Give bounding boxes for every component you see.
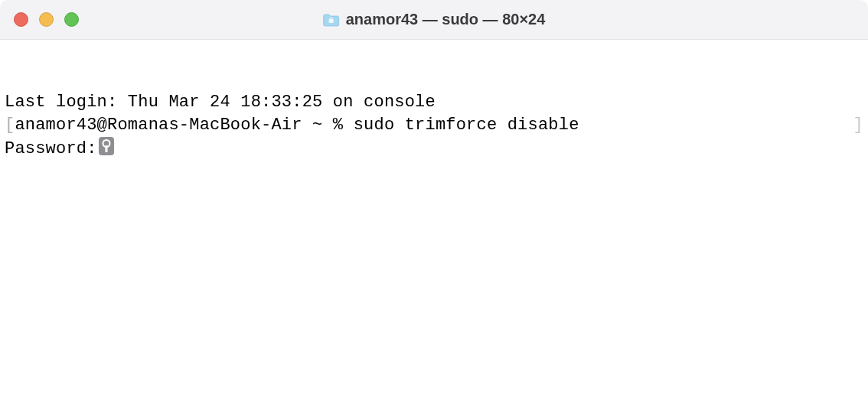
folder-icon (323, 13, 340, 27)
terminal-window: anamor43 — sudo — 80×24 Last login: Thu … (0, 0, 868, 407)
close-bracket: ] (853, 114, 863, 137)
traffic-lights (14, 12, 79, 27)
zoom-button[interactable] (64, 12, 79, 27)
terminal-body[interactable]: Last login: Thu Mar 24 18:33:25 on conso… (0, 40, 868, 407)
minimize-button[interactable] (39, 12, 54, 27)
titlebar[interactable]: anamor43 — sudo — 80×24 (0, 0, 868, 40)
shell-prompt: anamor43@Romanas-MacBook-Air ~ % (15, 116, 353, 135)
last-login-line: Last login: Thu Mar 24 18:33:25 on conso… (5, 91, 863, 114)
window-title: anamor43 — sudo — 80×24 (346, 11, 546, 28)
window-title-container: anamor43 — sudo — 80×24 (323, 11, 546, 28)
svg-rect-0 (329, 19, 334, 23)
entered-command: sudo trimforce disable (354, 116, 579, 135)
close-button[interactable] (14, 12, 28, 27)
key-icon (99, 137, 114, 155)
password-label: Password: (5, 139, 97, 158)
open-bracket: [ (5, 116, 15, 135)
prompt-line: [anamor43@Romanas-MacBook-Air ~ % sudo t… (5, 114, 863, 137)
password-line: Password: (5, 137, 863, 161)
